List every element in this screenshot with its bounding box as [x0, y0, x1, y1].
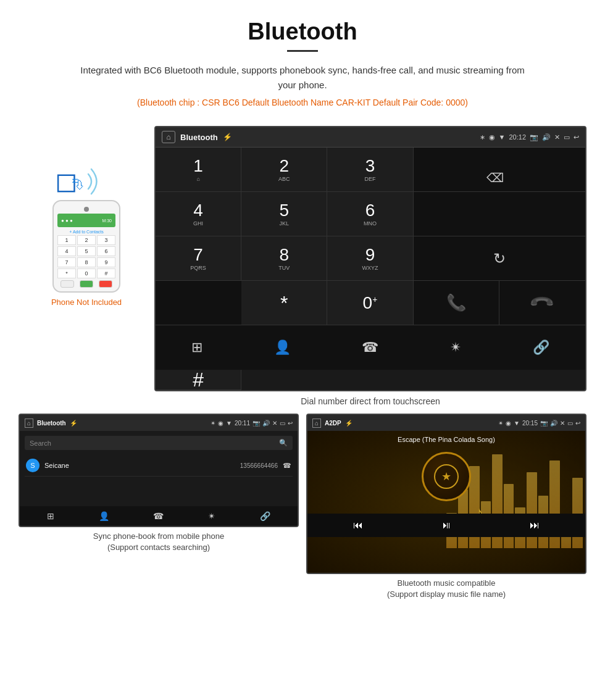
music-disc: ★ — [422, 452, 471, 501]
dial-screen-section: ⌂ Bluetooth ⚡ ∗ ◉ ▼ 20:12 📷 🔊 ✕ ▭ ↩ — [154, 126, 586, 414]
bluetooth-icon-dial[interactable]: ✴ — [450, 340, 461, 356]
music-screen: ⌂ A2DP ⚡ ✴ ◉ ▼ 20:15 📷 🔊 ✕ ▭ ↩ — [306, 414, 586, 574]
page-header: Bluetooth Integrated with BC6 Bluetooth … — [0, 0, 605, 126]
page-title: Bluetooth — [37, 19, 568, 45]
contacts-bt-bottom-icon[interactable]: ✴ — [208, 511, 215, 521]
contact-phone: 13566664466 — [240, 462, 278, 469]
dial-display: ⌫ — [414, 148, 585, 192]
contacts-camera-icon: 📷 — [252, 420, 260, 427]
phone-dialpad-grid: 1 2 3 4 5 6 7 8 9 * 0 # — [57, 235, 115, 278]
phone-call-btn — [80, 280, 93, 288]
key-6[interactable]: 6 MNO — [327, 192, 413, 236]
music-disc-inner: ★ — [434, 464, 459, 489]
dial-statusbar: ⌂ Bluetooth ⚡ ∗ ◉ ▼ 20:12 📷 🔊 ✕ ▭ ↩ — [156, 127, 585, 147]
bottom-screens: ⌂ Bluetooth ⚡ ✴ ◉ ▼ 20:11 📷 🔊 ✕ ▭ ↩ — [0, 414, 605, 616]
contacts-person-icon[interactable]: 👤 — [99, 511, 109, 521]
key-7[interactable]: 7 PQRS — [156, 236, 241, 281]
contacts-search-row: Search 🔍 — [25, 436, 293, 455]
link-icon-dial[interactable]: 🔗 — [533, 340, 549, 356]
key-8[interactable]: 8 TUV — [241, 236, 327, 281]
signal-icon: ▼ — [499, 133, 506, 141]
bt-icon-status: ∗ — [480, 133, 485, 141]
key-1[interactable]: 1 ⌂ — [156, 148, 241, 192]
phone-key-0: 0 — [77, 269, 96, 278]
contacts-statusbar-left: ⌂ Bluetooth ⚡ — [25, 419, 77, 428]
key-0[interactable]: 0+ — [327, 281, 413, 325]
dial-screen: ⌂ Bluetooth ⚡ ∗ ◉ ▼ 20:12 📷 🔊 ✕ ▭ ↩ — [154, 126, 586, 391]
music-usb-icon: ⚡ — [345, 420, 353, 427]
music-center: ★ ♪ — [422, 446, 471, 514]
end-call-icon: 📞 — [528, 289, 556, 317]
eq-bar-12 — [572, 478, 583, 548]
contacts-back-icon: ↩ — [288, 420, 293, 427]
contacts-statusbar-right: ✴ ◉ ▼ 20:11 📷 🔊 ✕ ▭ ↩ — [211, 420, 293, 427]
music-app-title: A2DP — [325, 420, 341, 427]
volume-icon: 🔊 — [542, 133, 551, 141]
bt-music-icon: ★ — [441, 470, 451, 483]
statusbar-right: ∗ ◉ ▼ 20:12 📷 🔊 ✕ ▭ ↩ — [480, 133, 579, 141]
backspace-icon[interactable]: ⌫ — [486, 170, 504, 185]
music-body: Escape (The Pina Colada Song) ★ ♪ ⏮ ⏯ ⏭ — [307, 431, 585, 573]
next-track-icon[interactable]: ⏭ — [530, 520, 540, 531]
music-caption: Bluetooth music compatible (Support disp… — [306, 574, 586, 604]
bluetooth-signal: ⃞ ⮷ — [52, 163, 127, 206]
music-back-icon: ↩ — [575, 420, 580, 427]
contacts-phone-icon-row: ☎ — [283, 462, 291, 470]
dialpad-icon[interactable]: ⊞ — [191, 340, 202, 356]
page-description: Integrated with BC6 Bluetooth module, su… — [80, 63, 525, 93]
contacts-statusbar: ⌂ Bluetooth ⚡ ✴ ◉ ▼ 20:11 📷 🔊 ✕ ▭ ↩ — [20, 415, 298, 431]
contacts-app-title: Bluetooth — [37, 420, 66, 427]
home-button[interactable]: ⌂ — [162, 131, 175, 143]
contacts-close-icon: ✕ — [272, 420, 277, 427]
phone-key-3: 3 — [97, 235, 115, 245]
contacts-vol-icon: 🔊 — [262, 420, 270, 427]
contacts-time: 20:11 — [235, 420, 250, 427]
refresh-button[interactable]: ↻ — [414, 236, 585, 281]
phone-key-9: 9 — [97, 257, 115, 267]
phone-top-bar: ● ● ● M:30 — [57, 214, 115, 227]
key-star[interactable]: * — [241, 281, 327, 325]
music-close-icon: ✕ — [560, 420, 565, 427]
title-divider — [287, 50, 318, 52]
contacts-bt-icon: ✴ — [211, 420, 215, 427]
music-time: 20:15 — [522, 420, 538, 427]
contacts-phone-icon[interactable]: ☎ — [153, 511, 164, 521]
contacts-icon-dial[interactable]: 👤 — [274, 340, 291, 356]
contacts-search-icon: 🔍 — [279, 439, 288, 447]
refresh-empty — [156, 281, 241, 325]
phone-mock: ● ● ● M:30 + Add to Contacts 1 2 3 4 5 6… — [52, 200, 120, 293]
phone-back-btn — [60, 280, 74, 288]
close-icon: ✕ — [554, 133, 560, 141]
key-hash[interactable]: # — [156, 370, 241, 390]
key-4[interactable]: 4 GHI — [156, 192, 241, 236]
key-3[interactable]: 3 DEF — [327, 148, 413, 192]
call-button[interactable]: 📞 — [414, 281, 499, 325]
phone-not-included-label: Phone Not Included — [51, 298, 122, 307]
music-home-icon: ⌂ — [312, 419, 321, 428]
contacts-link-icon[interactable]: 🔗 — [260, 511, 270, 521]
time-display: 20:12 — [509, 133, 526, 141]
phone-key-star: * — [57, 269, 76, 278]
key-2[interactable]: 2 ABC — [241, 148, 327, 192]
contact-row[interactable]: S Seicane 13566664466 ☎ — [25, 455, 293, 477]
location-icon-status: ◉ — [489, 133, 495, 141]
phone-camera — [84, 207, 89, 212]
music-statusbar-left: ⌂ A2DP ⚡ — [312, 419, 353, 428]
contacts-dialpad-icon[interactable]: ⊞ — [47, 511, 54, 521]
contacts-search-bar[interactable]: Search 🔍 — [25, 436, 293, 450]
camera-icon: 📷 — [530, 133, 538, 141]
music-statusbar: ⌂ A2DP ⚡ ✴ ◉ ▼ 20:15 📷 🔊 ✕ ▭ ↩ — [307, 415, 585, 431]
contacts-home-icon: ⌂ — [25, 419, 33, 428]
key-9[interactable]: 9 WXYZ — [327, 236, 413, 281]
prev-track-icon[interactable]: ⏮ — [353, 520, 363, 531]
screen-icon: ▭ — [564, 133, 570, 141]
music-vol-icon: 🔊 — [550, 420, 557, 427]
end-call-button[interactable]: 📞 — [499, 281, 585, 325]
contacts-search-placeholder: Search — [30, 440, 51, 447]
phone-key-8: 8 — [77, 257, 96, 267]
key-5[interactable]: 5 JKL — [241, 192, 327, 236]
phone-icon-dial[interactable]: ☎ — [362, 340, 378, 356]
play-pause-icon[interactable]: ⏯ — [441, 520, 451, 531]
music-song-title: Escape (The Pina Colada Song) — [391, 431, 501, 446]
display-empty-2 — [499, 192, 585, 236]
